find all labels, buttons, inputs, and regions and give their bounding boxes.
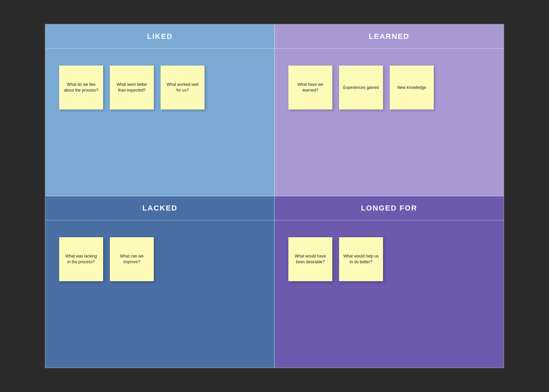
list-item[interactable]: What would help us to do better? bbox=[339, 237, 383, 281]
list-item[interactable]: What have we learned? bbox=[288, 66, 332, 109]
longed-for-header: LONGED FOR bbox=[275, 196, 503, 220]
list-item[interactable]: New knowledge bbox=[390, 66, 434, 109]
longed-for-body: What would have been desirable? What wou… bbox=[275, 220, 503, 367]
learned-header: LEARNED bbox=[275, 25, 503, 49]
learned-quadrant: LEARNED What have we learned? Experience… bbox=[274, 24, 504, 196]
liked-title: LIKED bbox=[147, 32, 173, 41]
liked-body: What do we like about the process? What … bbox=[46, 49, 274, 196]
list-item[interactable]: What went better than expected? bbox=[110, 66, 154, 109]
list-item[interactable]: What would have been desirable? bbox=[288, 237, 332, 281]
list-item[interactable]: What was lacking in the process? bbox=[59, 237, 103, 281]
lacked-header: LACKED bbox=[46, 196, 274, 220]
retrospective-board: LIKED What do we like about the process?… bbox=[45, 24, 504, 368]
learned-body: What have we learned? Experiences gained… bbox=[275, 49, 503, 196]
longed-for-title: LONGED FOR bbox=[361, 204, 417, 212]
lacked-quadrant: LACKED What was lacking in the process? … bbox=[45, 196, 274, 368]
liked-header: LIKED bbox=[46, 25, 274, 49]
list-item[interactable]: What worked well for us? bbox=[161, 66, 205, 109]
liked-quadrant: LIKED What do we like about the process?… bbox=[45, 24, 274, 196]
learned-title: LEARNED bbox=[369, 32, 409, 41]
list-item[interactable]: What do we like about the process? bbox=[59, 66, 103, 109]
longed-for-quadrant: LONGED FOR What would have been desirabl… bbox=[274, 196, 504, 368]
list-item[interactable]: What can we improve? bbox=[110, 237, 154, 281]
list-item[interactable]: Experiences gained bbox=[339, 66, 383, 109]
lacked-body: What was lacking in the process? What ca… bbox=[46, 220, 274, 367]
lacked-title: LACKED bbox=[142, 204, 177, 212]
